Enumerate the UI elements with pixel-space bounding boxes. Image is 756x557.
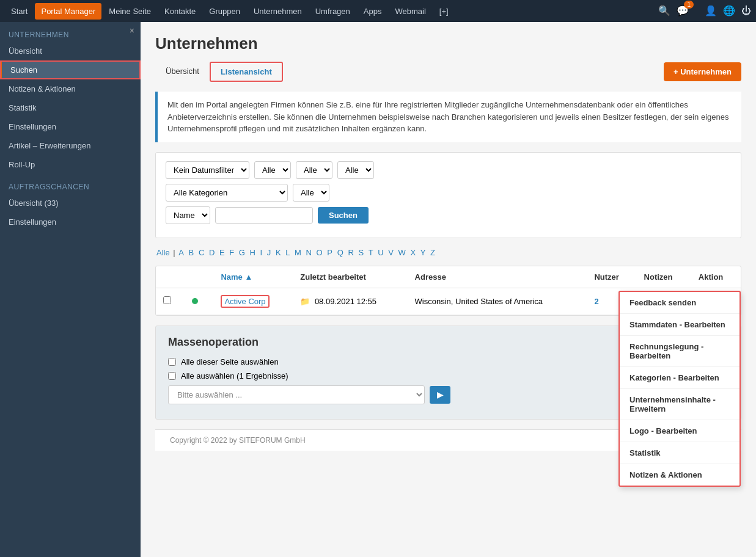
notification-icon[interactable]: 💬1 (677, 5, 699, 16)
sidebar-item-artikel-erweiterungen[interactable]: Artikel – Erweiterungen (0, 136, 141, 155)
nav-unternehmen[interactable]: Unternehmen (248, 3, 308, 20)
alpha-o[interactable]: O (317, 248, 323, 257)
alpha-n[interactable]: N (306, 248, 312, 257)
alpha-r[interactable]: R (348, 248, 353, 257)
dropdown-item-stammdaten[interactable]: Stammdaten - Bearbeiten (620, 314, 739, 336)
sidebar: × Unternehmen Übersicht Suchen Notizen &… (0, 22, 141, 557)
alpha-l[interactable]: L (285, 248, 290, 257)
dropdown-item-unternehmensinhalte[interactable]: Unternehmensinhalte - Erweitern (620, 389, 739, 420)
search-field-select[interactable]: Name (166, 206, 210, 224)
tab-ubersicht[interactable]: Übersicht (155, 62, 210, 82)
alpha-e[interactable]: E (219, 248, 225, 257)
th-status (185, 266, 214, 288)
sidebar-item-ubersicht[interactable]: Übersicht (0, 42, 141, 60)
alpha-b[interactable]: B (189, 248, 194, 257)
alpha-y[interactable]: Y (420, 248, 426, 257)
alpha-g[interactable]: G (239, 248, 245, 257)
mass-select-all-page-label: Alle dieser Seite auswählen (181, 357, 279, 366)
alpha-v[interactable]: V (388, 248, 394, 257)
date-filter-select[interactable]: Kein Datumsfilter (166, 161, 249, 179)
status-dot-green (192, 298, 198, 304)
alpha-f[interactable]: F (229, 248, 234, 257)
search-button[interactable]: Suchen (318, 207, 369, 224)
alpha-a[interactable]: A (178, 248, 184, 257)
categories-filter-select[interactable]: Alle Kategorien (166, 184, 288, 202)
company-name-link[interactable]: Active Corp (221, 295, 269, 308)
dropdown-item-logo[interactable]: Logo - Bearbeiten (620, 420, 739, 442)
sidebar-section-auftragschancen: Auftragschancen (0, 174, 141, 194)
mass-op-select[interactable]: Bitte auswählen ... (168, 385, 425, 404)
alpha-q[interactable]: Q (337, 248, 343, 257)
sidebar-item-notizen-aktionen[interactable]: Notizen & Aktionen (0, 79, 141, 98)
dropdown-item-rechnungslegung[interactable]: Rechnungslegung - Bearbeiten (620, 336, 739, 367)
row-address-cell: Wisconsin, United States of America (408, 288, 587, 315)
th-address: Adresse (408, 266, 587, 288)
alpha-c[interactable]: C (199, 248, 204, 257)
table-header-row: Name ▲ Zuletzt bearbeitet Adresse Nutzer… (156, 266, 741, 288)
filter-row-1: Kein Datumsfilter Alle Alle Alle (166, 161, 731, 179)
dropdown-item-kategorien[interactable]: Kategorien - Bearbeiten (620, 367, 739, 389)
filter-all-2[interactable]: Alle (296, 161, 332, 179)
dropdown-item-notizen-aktionen[interactable]: Notizen & Aktionen (620, 464, 739, 486)
power-icon[interactable]: ⏻ (741, 5, 751, 16)
alpha-m[interactable]: M (295, 248, 301, 257)
alpha-d[interactable]: D (209, 248, 215, 257)
page-title: Unternehmen (155, 34, 741, 53)
mass-select-all-checkbox[interactable] (168, 372, 176, 380)
alpha-p[interactable]: P (327, 248, 332, 257)
alpha-h[interactable]: H (250, 248, 255, 257)
nav-meine-seite[interactable]: Meine Seite (103, 3, 157, 20)
add-company-button[interactable]: + Unternehmen (664, 62, 741, 81)
row-checkbox[interactable] (163, 296, 171, 304)
dropdown-item-statistik[interactable]: Statistik (620, 442, 739, 464)
alpha-k[interactable]: K (276, 248, 281, 257)
alpha-z[interactable]: Z (430, 248, 435, 257)
nav-umfragen[interactable]: Umfragen (309, 3, 356, 20)
th-checkbox (156, 266, 185, 288)
nav-apps[interactable]: Apps (358, 3, 388, 20)
sidebar-item-suchen[interactable]: Suchen (0, 60, 141, 79)
nav-start[interactable]: Start (5, 3, 34, 20)
th-name[interactable]: Name ▲ (213, 266, 293, 288)
alpha-s[interactable]: S (358, 248, 364, 257)
alpha-j[interactable]: J (267, 248, 271, 257)
row-users-link[interactable]: 2 (594, 297, 598, 306)
search-icon[interactable]: 🔍 (658, 5, 670, 16)
filter-box: Kein Datumsfilter Alle Alle Alle Alle Ka… (155, 152, 741, 238)
alpha-all[interactable]: Alle (156, 248, 170, 257)
nav-gruppen[interactable]: Gruppen (203, 3, 246, 20)
sidebar-item-roll-up[interactable]: Roll-Up (0, 155, 141, 174)
filter-all-4[interactable]: Alle (293, 184, 329, 202)
row-status-cell (185, 288, 214, 315)
tabs-left: Übersicht Listenansicht (155, 62, 283, 82)
filter-all-3[interactable]: Alle (337, 161, 374, 179)
sidebar-item-einstellungen-2[interactable]: Einstellungen (0, 213, 141, 231)
top-navigation: Start Portal Manager Meine Seite Kontakt… (0, 0, 756, 22)
dropdown-item-feedback[interactable]: Feedback senden (620, 292, 739, 314)
mass-select-all-label: Alle auswählen (1 Ergebnisse) (181, 371, 288, 380)
alpha-t[interactable]: T (369, 248, 373, 257)
tab-listenansicht[interactable]: Listenansicht (210, 62, 283, 82)
sidebar-item-ubersicht-33[interactable]: Übersicht (33) (0, 194, 141, 213)
user-icon[interactable]: 👤 (705, 5, 717, 16)
tabs-bar: Übersicht Listenansicht + Unternehmen (155, 62, 741, 82)
sidebar-item-einstellungen[interactable]: Einstellungen (0, 117, 141, 136)
sidebar-item-statistik[interactable]: Statistik (0, 98, 141, 117)
alpha-w[interactable]: W (398, 248, 406, 257)
mass-select-all-page-checkbox[interactable] (168, 358, 176, 366)
globe-icon[interactable]: 🌐 (723, 5, 735, 16)
mass-op-execute-button[interactable]: ▶ (430, 386, 450, 404)
nav-kontakte[interactable]: Kontakte (158, 3, 202, 20)
nav-webmail[interactable]: Webmail (389, 3, 431, 20)
company-table-container: Name ▲ Zuletzt bearbeitet Adresse Nutzer… (155, 266, 741, 316)
alpha-x[interactable]: X (410, 248, 416, 257)
action-dropdown-menu: Feedback senden Stammdaten - Bearbeiten … (618, 291, 741, 487)
alpha-u[interactable]: U (378, 248, 383, 257)
search-input[interactable] (215, 207, 313, 224)
nav-plus[interactable]: [+] (433, 3, 455, 20)
alpha-i[interactable]: I (260, 248, 263, 257)
sidebar-close-button[interactable]: × (130, 26, 134, 35)
filter-row-3: Name Suchen (166, 206, 731, 224)
filter-all-1[interactable]: Alle (254, 161, 291, 179)
nav-portal-manager[interactable]: Portal Manager (35, 3, 101, 20)
